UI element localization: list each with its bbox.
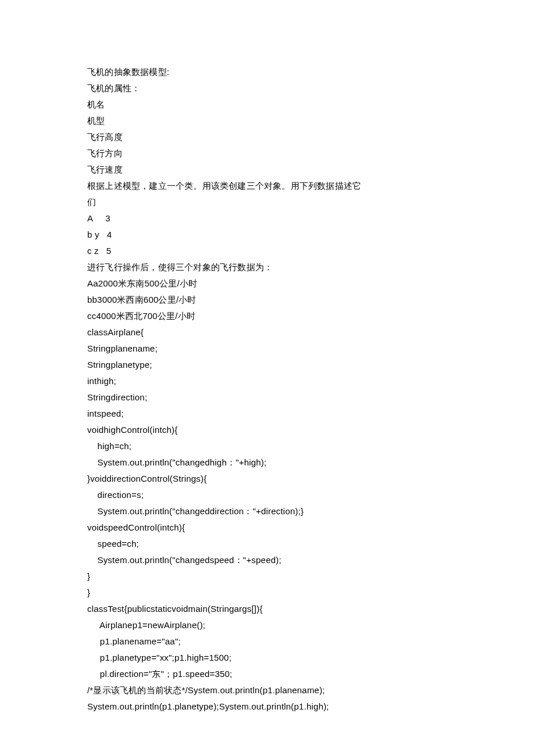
text-line: direction=s; [87, 487, 448, 503]
text-line: 机名 [87, 96, 448, 113]
text-line: cc4000米西北700公里/小时 [87, 308, 448, 324]
text-line: Stringplanename; [87, 341, 448, 357]
text-line: A 3 [87, 210, 448, 227]
text-line: Aa2000米东南500公里/小时 [87, 275, 448, 292]
document-page: 飞机的抽象数据模型: 飞机的属性： 机名 机型 飞行高度 飞行方向 飞行速度 根… [0, 0, 535, 750]
text-line: Stringdirection; [87, 389, 448, 406]
text-line: 进行飞行操作后，使得三个对象的飞行数据为： [87, 259, 448, 275]
text-line: p1.planetype="xx";p1.high=1500; [87, 650, 448, 666]
text-line: 飞行方向 [87, 145, 448, 162]
text-line: voidspeedControl(intch){ [87, 519, 448, 536]
text-line: c z 5 [87, 243, 448, 259]
text-line: p1.planename="aa"; [87, 633, 448, 650]
text-line: speed=ch; [87, 536, 448, 552]
text-line: 们 [87, 194, 448, 210]
text-line: inthigh; [87, 373, 448, 389]
text-line: pl.direction="东"；p1.speed=350; [87, 666, 448, 682]
text-line: /*显示该飞机的当前状态*/System.out.println(p1.plan… [87, 682, 448, 698]
text-line: bb3000米西南600公里/小时 [87, 292, 448, 308]
text-line: System.out.println("changeddirection："+d… [87, 503, 448, 519]
text-line: 机型 [87, 113, 448, 129]
text-line: b y 4 [87, 227, 448, 243]
text-line: classTest{publicstaticvoidmain(Stringarg… [87, 601, 448, 617]
text-line: intspeed; [87, 406, 448, 422]
text-line: Stringplanetype; [87, 357, 448, 373]
text-line: 根据上述模型，建立一个类。用该类创建三个对象。用下列数据描述它 [87, 178, 448, 194]
text-line: 飞行速度 [87, 162, 448, 178]
text-line: }voiddirectionControl(Strings){ [87, 471, 448, 487]
text-line: Airplanep1=newAirplane(); [87, 617, 448, 633]
text-line: 飞机的抽象数据模型: [87, 64, 448, 80]
text-line: System.out.println("changedspeed："+speed… [87, 552, 448, 568]
text-line: System.out.println("changedhigh："+high); [87, 454, 448, 471]
text-line: System.out.println(p1.planetype);System.… [87, 698, 448, 715]
text-line: high=ch; [87, 438, 448, 454]
text-line: 飞机的属性： [87, 80, 448, 96]
text-line: classAirplane{ [87, 324, 448, 341]
text-line: 飞行高度 [87, 129, 448, 145]
text-line: } [87, 568, 448, 585]
text-line: } [87, 585, 448, 601]
text-line: voidhighControl(intch){ [87, 422, 448, 438]
